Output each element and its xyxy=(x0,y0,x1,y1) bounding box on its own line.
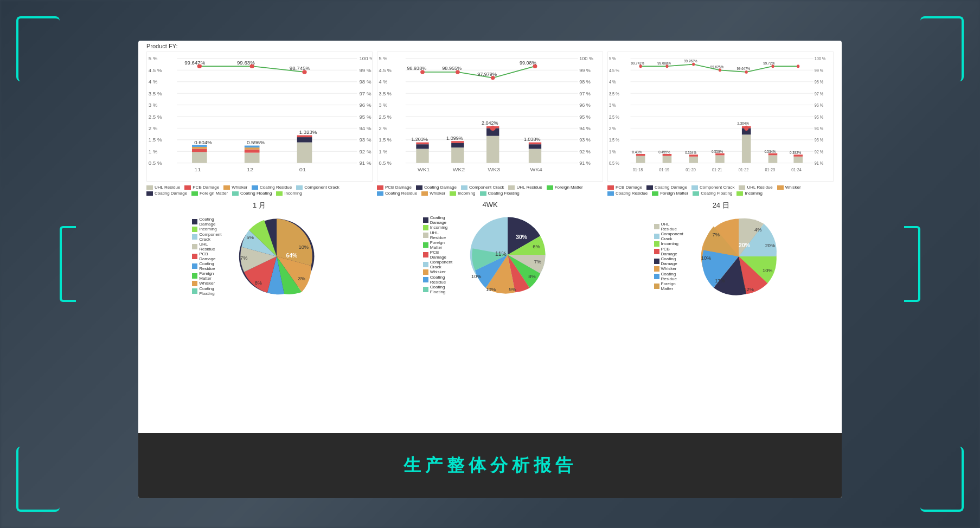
legend-item: UHL Residue xyxy=(739,185,772,190)
svg-text:0.5 %: 0.5 % xyxy=(149,161,162,166)
svg-text:7%: 7% xyxy=(534,259,541,265)
pie2-svg: 30% 6% 7% 8% 9% 10% 10% 11% xyxy=(458,211,557,299)
svg-text:7%: 7% xyxy=(712,232,719,237)
pie1-legend: Coating Damage Incoming Component Crack … xyxy=(192,217,223,296)
svg-rect-30 xyxy=(192,152,207,163)
svg-text:94 %: 94 % xyxy=(579,126,591,131)
svg-rect-83 xyxy=(416,149,428,163)
svg-text:3.5 %: 3.5 % xyxy=(379,91,392,96)
svg-text:1.5 %: 1.5 % xyxy=(149,138,162,143)
svg-text:99.72%: 99.72% xyxy=(763,61,774,65)
legend-item: Coating Residue xyxy=(607,191,648,196)
chart-wk: 5 % 4.5 % 4 % 3.5 % 3 % 2.5 % 2 % 1.5 % … xyxy=(377,51,603,182)
svg-rect-86 xyxy=(451,147,464,163)
legend-item: Foreign Matter xyxy=(191,191,228,196)
svg-text:WK4: WK4 xyxy=(530,167,542,173)
svg-text:1.5 %: 1.5 % xyxy=(609,138,619,143)
svg-text:0.455%: 0.455% xyxy=(658,150,670,153)
svg-text:91 %: 91 % xyxy=(579,161,591,166)
svg-rect-38 xyxy=(297,143,312,163)
bottom-bar: 生产整体分析报告 xyxy=(138,433,842,498)
legend-item: UHL Residue xyxy=(146,185,180,190)
svg-text:20%: 20% xyxy=(765,243,774,248)
svg-text:97 %: 97 % xyxy=(359,91,371,96)
svg-point-171 xyxy=(797,65,799,68)
svg-rect-95 xyxy=(529,143,541,145)
svg-text:98 %: 98 % xyxy=(815,80,824,85)
svg-text:0.5 %: 0.5 % xyxy=(379,161,392,166)
svg-rect-87 xyxy=(451,143,464,147)
chart-daily: 5 % 4.5 % 4 % 3.5 % 3 % 2.5 % 2 % 1.5 % … xyxy=(607,51,834,182)
svg-text:9%: 9% xyxy=(509,287,516,292)
legend-item: Coating Floating xyxy=(480,191,520,196)
svg-text:99.647%: 99.647% xyxy=(184,60,205,65)
svg-text:93 %: 93 % xyxy=(579,138,591,143)
svg-rect-93 xyxy=(529,149,541,163)
svg-text:99.688%: 99.688% xyxy=(657,61,671,65)
legend-item: Coating Damage xyxy=(416,185,457,190)
svg-text:2.5 %: 2.5 % xyxy=(149,114,162,119)
svg-text:4 %: 4 % xyxy=(379,80,388,85)
legend-item: Whisker xyxy=(223,185,247,190)
pie2-title: 4WK xyxy=(482,201,497,209)
corner-bracket-tl xyxy=(16,16,60,81)
svg-rect-40 xyxy=(297,136,312,138)
svg-rect-34 xyxy=(245,153,260,163)
svg-text:11: 11 xyxy=(194,167,201,172)
svg-text:99 %: 99 % xyxy=(579,68,591,73)
svg-text:01-23: 01-23 xyxy=(765,168,775,173)
svg-text:2.5 %: 2.5 % xyxy=(609,114,619,120)
svg-text:12%: 12% xyxy=(744,287,753,292)
svg-rect-160 xyxy=(768,153,778,156)
svg-rect-31 xyxy=(192,149,207,152)
svg-text:94 %: 94 % xyxy=(359,126,371,131)
legend-item: Coating Damage xyxy=(146,191,187,196)
pie1-content: Coating Damage Incoming Component Crack … xyxy=(192,213,326,300)
svg-text:1.038%: 1.038% xyxy=(524,137,541,143)
svg-rect-142 xyxy=(636,156,645,163)
svg-text:99.08%: 99.08% xyxy=(520,60,536,66)
svg-text:WK1: WK1 xyxy=(418,167,430,173)
svg-rect-143 xyxy=(636,154,645,156)
svg-point-170 xyxy=(771,65,774,68)
chart1-svg: 5 % 4.5 % 4 % 3.5 % 3 % 2.5 % 2 % 1.5 % … xyxy=(147,52,372,181)
svg-text:2 %: 2 % xyxy=(149,126,158,131)
svg-text:99.741%: 99.741% xyxy=(631,61,645,65)
legends-row: UHL Residue PCB Damage Whisker Coating R… xyxy=(146,185,834,196)
svg-text:0.392%: 0.392% xyxy=(790,151,801,154)
svg-text:98 %: 98 % xyxy=(359,80,371,85)
svg-text:8%: 8% xyxy=(255,280,262,286)
svg-rect-84 xyxy=(416,144,428,149)
legend-item: Component Crack xyxy=(461,185,504,190)
svg-text:97 %: 97 % xyxy=(815,91,824,96)
svg-text:98.745%: 98.745% xyxy=(290,66,310,71)
svg-text:93 %: 93 % xyxy=(359,138,371,143)
charts-area: Product FY: 5 xyxy=(138,41,842,433)
side-bracket-left xyxy=(60,226,76,302)
svg-text:2 %: 2 % xyxy=(379,126,388,131)
svg-rect-145 xyxy=(663,156,672,163)
svg-text:12: 12 xyxy=(247,167,254,172)
svg-rect-85 xyxy=(416,143,428,145)
svg-text:01-18: 01-18 xyxy=(633,168,643,173)
svg-rect-35 xyxy=(245,150,260,153)
svg-point-169 xyxy=(745,70,748,74)
corner-bracket-tr xyxy=(920,16,964,81)
main-panel: Product FY: 5 xyxy=(138,41,842,498)
svg-point-157 xyxy=(744,126,748,131)
svg-text:99 %: 99 % xyxy=(359,68,371,73)
legend-item: Incoming xyxy=(450,191,475,196)
svg-text:92 %: 92 % xyxy=(359,149,371,154)
svg-text:1 %: 1 % xyxy=(149,149,158,154)
svg-text:98.938%: 98.938% xyxy=(407,66,426,72)
svg-rect-89 xyxy=(486,136,499,163)
svg-text:91 %: 91 % xyxy=(359,161,371,166)
svg-text:0.364%: 0.364% xyxy=(685,151,696,154)
legend-item: Component Crack xyxy=(296,185,339,190)
svg-text:2 %: 2 % xyxy=(609,126,616,132)
legend-item: Coating Residue xyxy=(252,185,292,190)
legend-item: Incoming xyxy=(736,191,762,196)
svg-rect-154 xyxy=(742,134,751,163)
svg-text:99 %: 99 % xyxy=(815,68,824,73)
svg-text:93 %: 93 % xyxy=(815,138,824,143)
